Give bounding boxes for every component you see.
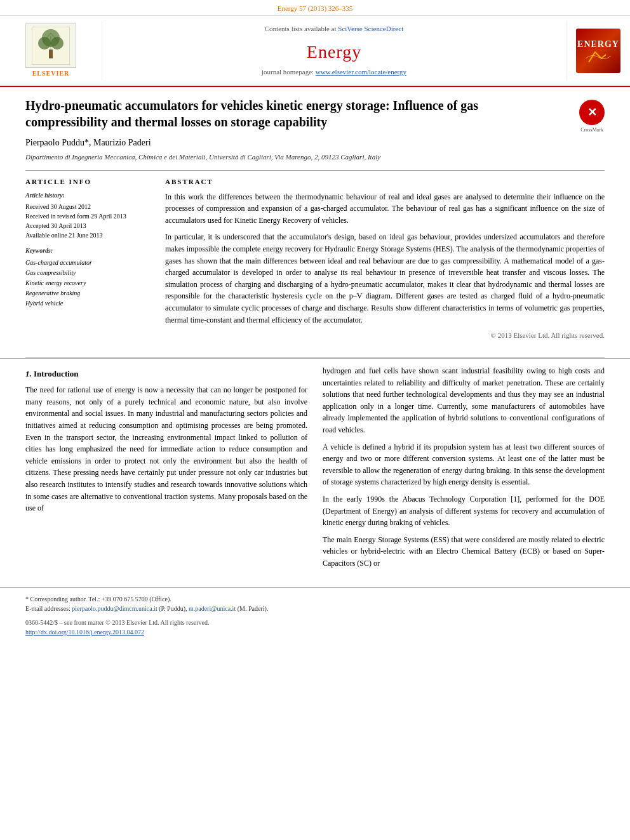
abstract-col: ABSTRACT In this work the differences be… xyxy=(165,177,605,345)
homepage-url[interactable]: www.elsevier.com/locate/energy xyxy=(316,68,406,76)
elsevier-logo: ELSEVIER xyxy=(25,23,76,79)
email1-author: (P. Puddu), xyxy=(159,605,187,612)
journal-header: ELSEVIER Contents lists available at Sci… xyxy=(0,16,630,88)
abstract-text: In this work the differences between the… xyxy=(165,191,605,326)
sciverse-text: Contents lists available at xyxy=(265,25,338,32)
journal-header-center: Contents lists available at SciVerse Sci… xyxy=(102,21,566,81)
corresponding-note: * Corresponding author. Tel.: +39 070 67… xyxy=(25,594,605,604)
copyright-line: © 2013 Elsevier Ltd. All rights reserved… xyxy=(165,331,605,341)
elsevier-brand: ELSEVIER xyxy=(32,69,70,79)
article-history-block: Article history: Received 30 August 2012… xyxy=(25,191,152,241)
body-col2-p1: hydrogen and fuel cells have shown scant… xyxy=(323,365,605,436)
footer-bottom: 0360-5442/$ – see front matter © 2013 El… xyxy=(25,618,605,628)
doi-line: http://dx.doi.org/10.1016/j.energy.2013.… xyxy=(25,627,605,637)
article-affiliation: Dipartimento di Ingegneria Meccanica, Ch… xyxy=(25,152,605,163)
keywords-label: Keywords: xyxy=(25,246,152,256)
body-two-col: 1. Introduction The need for rational us… xyxy=(25,365,605,575)
sciverse-line: Contents lists available at SciVerse Sci… xyxy=(265,24,403,34)
abstract-p2: In particular, it is underscored that th… xyxy=(165,231,605,326)
crossmark-badge: ✕ CrossMark xyxy=(579,100,605,134)
homepage-text: journal homepage: xyxy=(262,68,316,76)
homepage-line: journal homepage: www.elsevier.com/locat… xyxy=(262,67,406,77)
email-label: E-mail addresses: xyxy=(25,605,70,612)
authors-text: Pierpaolo Puddu*, Maurizio Paderi xyxy=(25,138,151,147)
keyword-3: Kinetic energy recovery xyxy=(25,278,152,288)
article-info-abstract: ARTICLE INFO Article history: Received 3… xyxy=(25,177,605,345)
body-col2-p3: In the early 1990s the Abacus Technology… xyxy=(323,493,605,529)
article-info-col: ARTICLE INFO Article history: Received 3… xyxy=(25,177,152,345)
article-authors: Pierpaolo Puddu*, Maurizio Paderi xyxy=(25,137,605,149)
svg-point-2 xyxy=(38,37,51,50)
svg-rect-4 xyxy=(49,50,53,58)
page: Energy 57 (2013) 326–335 xyxy=(0,0,630,840)
energy-badge-text: ENERGY xyxy=(577,38,619,51)
email-line: E-mail addresses: pierpaolo.puddu@dimcm.… xyxy=(25,604,605,613)
citation-bar: Energy 57 (2013) 326–335 xyxy=(0,0,630,16)
body-col2-p2: A vehicle is defined a hybrid if its pro… xyxy=(323,441,605,488)
crossmark-label: CrossMark xyxy=(580,126,603,134)
body-p1: The need for rational use of energy is n… xyxy=(25,384,307,514)
article-history-label: Article history: xyxy=(25,191,152,201)
section1-num: 1. xyxy=(25,369,34,378)
issn-line: 0360-5442/$ – see front matter © 2013 El… xyxy=(25,618,209,628)
doi-link[interactable]: http://dx.doi.org/10.1016/j.energy.2013.… xyxy=(25,629,144,636)
accepted-date: Accepted 30 April 2013 xyxy=(25,221,152,230)
available-date: Available online 21 June 2013 xyxy=(25,230,152,240)
body-col-left: 1. Introduction The need for rational us… xyxy=(25,365,307,575)
email2-link[interactable]: m.paderi@unica.it xyxy=(189,605,236,612)
elsevier-tree-icon xyxy=(25,23,76,68)
journal-title: Energy xyxy=(307,39,361,65)
article-title: Hydro-pneumatic accumulators for vehicle… xyxy=(25,97,495,130)
abstract-heading: ABSTRACT xyxy=(165,177,605,187)
body-area: 1. Introduction The need for rational us… xyxy=(0,358,630,587)
corresponding-note-text: * Corresponding author. Tel.: +39 070 67… xyxy=(25,596,171,603)
logo-svg xyxy=(32,27,70,65)
article-info-heading: ARTICLE INFO xyxy=(25,177,152,187)
energy-badge: ENERGY xyxy=(576,29,620,73)
email1-link[interactable]: pierpaolo.puddu@dimcm.unica.it xyxy=(72,605,157,612)
section1-name: Introduction xyxy=(34,369,79,378)
svg-point-3 xyxy=(51,37,64,50)
sciverse-link[interactable]: SciVerse ScienceDirect xyxy=(338,25,403,32)
body-col-right: hydrogen and fuel cells have shown scant… xyxy=(323,365,605,575)
body-col2-p4: The main Energy Storage Systems (ESS) th… xyxy=(323,534,605,570)
keyword-4: Regenerative braking xyxy=(25,288,152,298)
journal-header-badge: ENERGY xyxy=(566,21,630,81)
divider-1 xyxy=(25,170,605,171)
keywords-block: Keywords: Gas-charged accumulator Gas co… xyxy=(25,246,152,309)
keyword-1: Gas-charged accumulator xyxy=(25,258,152,268)
email2-author: (M. Paderi). xyxy=(238,605,269,612)
title-row: Hydro-pneumatic accumulators for vehicle… xyxy=(25,97,605,137)
citation-text: Energy 57 (2013) 326–335 xyxy=(278,4,353,12)
article-area: Hydro-pneumatic accumulators for vehicle… xyxy=(0,87,630,357)
keyword-5: Hybrid vehicle xyxy=(25,298,152,309)
section1-title: 1. Introduction xyxy=(25,368,307,380)
keyword-2: Gas compressibility xyxy=(25,268,152,278)
footer-area: * Corresponding author. Tel.: +39 070 67… xyxy=(0,587,630,643)
journal-header-logo: ELSEVIER xyxy=(0,21,102,81)
abstract-p1: In this work the differences between the… xyxy=(165,191,605,227)
crossmark-icon: ✕ xyxy=(579,100,605,125)
received-date: Received 30 August 2012 xyxy=(25,202,152,211)
energy-badge-graphic xyxy=(586,51,611,63)
revised-date: Received in revised form 29 April 2013 xyxy=(25,211,152,221)
